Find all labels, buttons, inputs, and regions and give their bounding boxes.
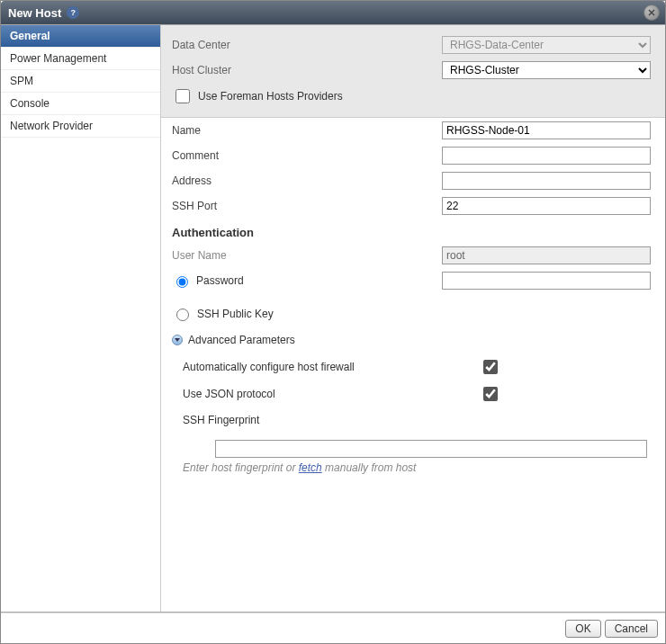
data-center-select[interactable]: RHGS-Data-Center: [442, 36, 651, 54]
name-input[interactable]: [442, 121, 651, 139]
auth-heading: Authentication: [161, 219, 665, 243]
username-input: [442, 246, 651, 264]
ssh-port-label: SSH Port: [172, 200, 442, 212]
help-icon[interactable]: ?: [67, 6, 79, 19]
password-label: Password: [196, 274, 244, 287]
ok-button[interactable]: OK: [565, 620, 600, 638]
cancel-button[interactable]: Cancel: [605, 620, 658, 638]
ssh-port-input[interactable]: [442, 197, 651, 215]
host-cluster-select[interactable]: RHGS-Cluster: [442, 61, 651, 79]
comment-input[interactable]: [442, 147, 651, 165]
button-bar: OK Cancel: [1, 613, 665, 643]
ssh-fp-label: SSH Fingerprint: [183, 414, 480, 426]
host-cluster-label: Host Cluster: [172, 64, 442, 76]
password-radio[interactable]: [176, 276, 188, 288]
firewall-label: Automatically configure host firewall: [183, 361, 480, 373]
foreman-label: Use Foreman Hosts Providers: [198, 90, 343, 103]
password-input[interactable]: [442, 272, 651, 290]
firewall-checkbox[interactable]: [483, 360, 498, 374]
sidebar-item-power-management[interactable]: Power Management: [1, 48, 160, 70]
close-icon[interactable]: [644, 4, 660, 21]
sidebar-item-spm[interactable]: SPM: [1, 70, 160, 93]
titlebar: New Host ?: [1, 1, 665, 24]
sidebar-item-label: Network Provider: [10, 120, 93, 132]
foreman-checkbox[interactable]: [176, 89, 190, 103]
fingerprint-hint: Enter host fingerprint or fetch manually…: [161, 460, 665, 481]
ssh-key-radio[interactable]: [176, 309, 189, 321]
comment-label: Comment: [172, 149, 442, 162]
json-checkbox[interactable]: [483, 387, 498, 401]
sidebar-item-label: Console: [10, 97, 50, 110]
address-label: Address: [172, 174, 442, 187]
sidebar-item-label: General: [10, 30, 50, 42]
content-panel: Data Center RHGS-Data-Center Host Cluste…: [161, 25, 665, 612]
username-label: User Name: [172, 249, 442, 262]
ssh-fp-input[interactable]: [215, 440, 647, 458]
sidebar-item-general[interactable]: General: [1, 25, 160, 48]
sidebar-item-network-provider[interactable]: Network Provider: [1, 115, 160, 138]
advanced-heading: Advanced Parameters: [188, 334, 295, 346]
dialog-title: New Host: [8, 6, 61, 20]
json-label: Use JSON protocol: [183, 388, 480, 400]
new-host-dialog: New Host ? General Power Management SPM …: [0, 0, 666, 644]
sidebar-item-label: Power Management: [10, 52, 106, 65]
data-center-label: Data Center: [172, 39, 442, 51]
address-input[interactable]: [442, 172, 651, 190]
top-section: Data Center RHGS-Data-Center Host Cluste…: [161, 25, 665, 118]
expand-toggle-icon[interactable]: [172, 335, 183, 345]
fetch-link[interactable]: fetch: [299, 461, 322, 474]
name-label: Name: [172, 124, 442, 137]
sidebar-item-console[interactable]: Console: [1, 93, 160, 115]
sidebar-item-label: SPM: [10, 75, 33, 87]
sidebar: General Power Management SPM Console Net…: [1, 25, 161, 612]
ssh-key-label: SSH Public Key: [197, 308, 274, 320]
